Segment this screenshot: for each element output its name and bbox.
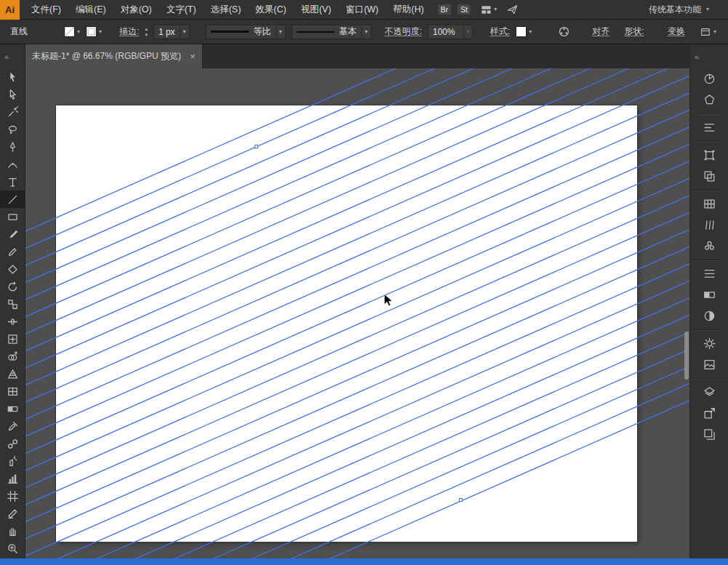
- pencil-icon: [7, 246, 19, 258]
- tool-slice[interactable]: [0, 505, 25, 522]
- panel-gradient[interactable]: [695, 285, 724, 305]
- menu-item-window[interactable]: 窗口(W): [338, 0, 385, 19]
- chevron-down-icon: ▾: [706, 7, 709, 12]
- chevron-down-icon: ▾: [361, 25, 371, 39]
- brushes-panel-icon: [703, 218, 716, 232]
- tool-paintbrush[interactable]: [0, 225, 25, 243]
- panel-stroke[interactable]: [695, 264, 724, 284]
- panel-align[interactable]: [695, 118, 724, 137]
- tool-width[interactable]: [0, 313, 25, 330]
- tool-line-segment[interactable]: [0, 191, 25, 208]
- scale-icon: [7, 298, 19, 310]
- stroke-color-control[interactable]: ▾: [86, 26, 102, 37]
- document-tab[interactable]: 未标题-1* @ 66.67% (RGB/GPU 预览) ×: [25, 44, 203, 68]
- opacity-panel-link[interactable]: 不透明度:: [385, 25, 422, 38]
- tool-direct-selection[interactable]: [0, 86, 25, 103]
- panel-layers[interactable]: [695, 382, 724, 402]
- menu-item-effect[interactable]: 效果(C): [248, 0, 293, 19]
- tab-close-icon[interactable]: ×: [190, 52, 196, 61]
- tool-curvature[interactable]: [0, 156, 25, 173]
- menu-item-object[interactable]: 对象(O): [113, 0, 159, 19]
- paintbrush-icon: [7, 228, 19, 241]
- menu-item-file[interactable]: 文件(F): [24, 0, 68, 19]
- width-icon: [7, 316, 19, 328]
- align-panel-link[interactable]: 对齐: [592, 25, 609, 38]
- share-button[interactable]: [507, 4, 518, 15]
- shape-panel-link[interactable]: 形状:: [624, 25, 644, 38]
- dock-separator: [694, 260, 724, 260]
- panel-color[interactable]: [695, 69, 724, 89]
- artboards-panel-icon: [703, 428, 716, 441]
- brush-definition-dropdown[interactable]: 基本 ▾: [292, 25, 372, 39]
- anchor-point[interactable]: [459, 498, 463, 502]
- tool-free-transform[interactable]: [0, 330, 25, 348]
- panel-pathfinder[interactable]: [695, 167, 724, 186]
- app-logo-icon: Ai: [0, 0, 20, 20]
- menu-item-help[interactable]: 帮助(H): [386, 0, 431, 19]
- toolbar-collapse-button[interactable]: «: [0, 44, 25, 68]
- tools-panel: «: [0, 44, 25, 565]
- tool-rectangle[interactable]: [0, 208, 25, 225]
- style-swatch-control[interactable]: ▾: [516, 26, 532, 37]
- tool-scale[interactable]: [0, 295, 25, 313]
- canvas-area[interactable]: [25, 68, 689, 565]
- panel-brushes[interactable]: [695, 215, 724, 235]
- tool-rotate[interactable]: [0, 278, 25, 295]
- dock-expand-button[interactable]: «: [690, 44, 728, 68]
- stroke-weight-field[interactable]: 1 px ▾: [153, 25, 190, 39]
- tool-type[interactable]: [0, 173, 25, 191]
- vertical-scrollbar-thumb[interactable]: [684, 332, 689, 380]
- panel-transparency[interactable]: [695, 306, 724, 326]
- panel-color-guide[interactable]: [695, 90, 724, 110]
- menu-item-select[interactable]: 选择(S): [204, 0, 249, 19]
- fill-color-control[interactable]: ▾: [64, 26, 80, 37]
- tool-pencil[interactable]: [0, 243, 25, 260]
- workspace-layout-control[interactable]: ▾: [481, 4, 497, 15]
- opacity-field[interactable]: 100% ›: [428, 25, 473, 39]
- tool-pen[interactable]: [0, 138, 25, 156]
- color-guide-panel-icon: [703, 93, 716, 107]
- tool-hand[interactable]: [0, 522, 25, 540]
- tool-lasso[interactable]: [0, 121, 25, 138]
- symbols-panel-icon: [703, 239, 716, 253]
- tool-shape-builder[interactable]: [0, 348, 25, 365]
- tool-mesh[interactable]: [0, 382, 25, 400]
- panel-swatches[interactable]: [695, 194, 724, 214]
- bridge-badge[interactable]: Br: [438, 4, 452, 15]
- anchor-point[interactable]: [255, 145, 258, 148]
- control-panel-menu[interactable]: ▾: [700, 27, 716, 37]
- panel-appearance[interactable]: [695, 334, 724, 353]
- tool-gradient[interactable]: [0, 400, 25, 417]
- tool-column-graph[interactable]: [0, 470, 25, 487]
- menu-item-view[interactable]: 视图(V): [294, 0, 339, 19]
- eyedropper-icon: [7, 420, 19, 433]
- menu-item-type[interactable]: 文字(T): [159, 0, 204, 19]
- tool-perspective-grid[interactable]: [0, 365, 25, 382]
- tool-blend[interactable]: [0, 435, 25, 452]
- stroke-weight-stepper[interactable]: ▴ ▾: [145, 26, 148, 37]
- panel-artboards[interactable]: [695, 425, 724, 444]
- slice-icon: [7, 508, 19, 520]
- panel-symbols[interactable]: [695, 236, 724, 256]
- magic-wand-icon: [7, 106, 19, 119]
- panel-asset-export[interactable]: [695, 404, 724, 423]
- workspace-switcher[interactable]: 传统基本功能 ▾: [649, 4, 709, 16]
- menu-item-edit[interactable]: 编辑(E): [68, 0, 113, 19]
- panel-graphic-styles[interactable]: [695, 355, 724, 374]
- tool-magic-wand[interactable]: [0, 103, 25, 121]
- panel-transform[interactable]: [695, 145, 724, 165]
- tool-symbol-sprayer[interactable]: [0, 452, 25, 470]
- style-panel-link[interactable]: 样式:: [490, 25, 510, 38]
- recolor-artwork-icon[interactable]: [558, 25, 570, 38]
- tool-zoom[interactable]: [0, 540, 25, 557]
- transform-panel-link[interactable]: 变换: [668, 25, 685, 38]
- artwork-diagonal-lines[interactable]: [25, 68, 689, 565]
- lasso-icon: [7, 124, 19, 136]
- tool-eyedropper[interactable]: [0, 417, 25, 435]
- stroke-panel-link[interactable]: 描边:: [119, 25, 139, 38]
- tool-selection[interactable]: [0, 68, 25, 86]
- tool-artboard[interactable]: [0, 487, 25, 505]
- stock-badge[interactable]: St: [457, 4, 471, 15]
- width-profile-dropdown[interactable]: 等比 ▾: [206, 25, 286, 39]
- tool-eraser[interactable]: [0, 260, 25, 278]
